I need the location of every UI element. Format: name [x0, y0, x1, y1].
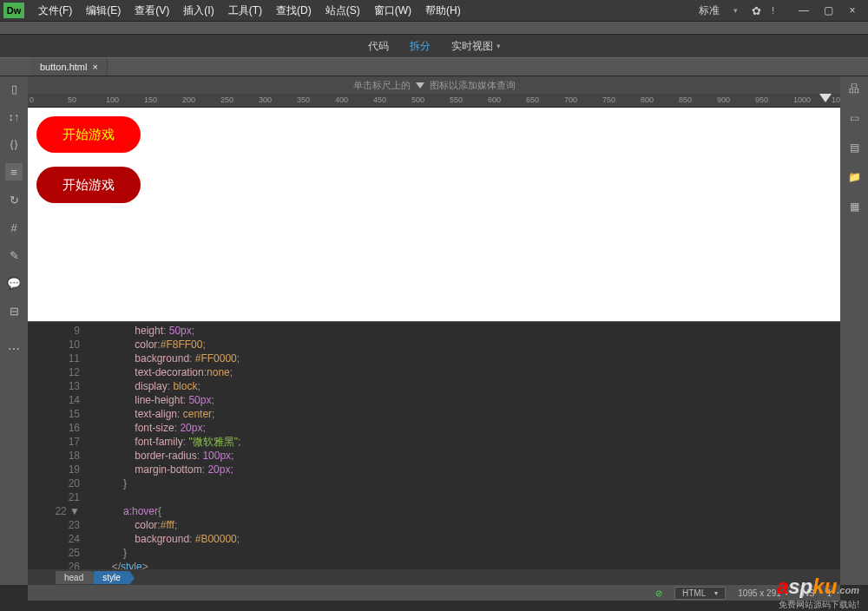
- view-code-button[interactable]: 代码: [368, 39, 389, 54]
- line-number: 18: [28, 449, 80, 463]
- menu-insert[interactable]: 插入(I): [176, 0, 220, 22]
- error-check-icon[interactable]: ⊘: [655, 588, 662, 598]
- menu-edit[interactable]: 编辑(E): [79, 0, 128, 22]
- code-line[interactable]: [89, 490, 840, 504]
- assets-icon[interactable]: 📁: [845, 168, 863, 186]
- line-number: 13: [28, 379, 80, 393]
- view-live-dropdown[interactable]: 实时视图 ▾: [451, 39, 501, 54]
- ruler-tick: 50: [68, 95, 76, 104]
- view-split-button[interactable]: 拆分: [410, 39, 431, 54]
- gear-icon[interactable]: ✿: [752, 4, 761, 17]
- code-line[interactable]: background: #B00000;: [89, 532, 840, 546]
- collapse-icon[interactable]: ⊟: [5, 302, 23, 319]
- code-line[interactable]: text-decoration:none;: [89, 365, 840, 379]
- line-number: 14: [28, 393, 80, 407]
- code-line[interactable]: }: [89, 546, 840, 560]
- expand-icon[interactable]: ⟨⟩: [5, 135, 23, 153]
- snippets-icon[interactable]: ▤: [845, 139, 863, 156]
- ruler-tick: 350: [297, 95, 310, 104]
- code-line[interactable]: text-align: center;: [89, 407, 840, 421]
- menu-file[interactable]: 文件(F): [31, 0, 79, 22]
- files-panel-icon[interactable]: ▭: [845, 109, 863, 127]
- code-line[interactable]: height: 50px;: [89, 324, 840, 338]
- menu-tools[interactable]: 工具(T): [221, 0, 269, 22]
- live-preview-pane[interactable]: 开始游戏 开始游戏: [28, 108, 840, 321]
- status-bar: ⊘ HTML ▾ 1095 x 291 ▾ INS 1: [28, 585, 840, 601]
- line-number: 16: [28, 421, 80, 435]
- line-number: 10: [28, 338, 80, 351]
- menu-window[interactable]: 窗口(W): [367, 0, 418, 22]
- code-line[interactable]: color:#fff;: [89, 518, 840, 532]
- code-line[interactable]: font-size: 20px;: [89, 421, 840, 435]
- tab-close-icon[interactable]: ×: [92, 62, 97, 72]
- code-line[interactable]: a:hover{: [89, 504, 840, 518]
- ruler-tick: 1050: [832, 95, 840, 104]
- code-line[interactable]: background: #FF0000;: [89, 351, 840, 365]
- code-line[interactable]: line-height: 50px;: [89, 393, 840, 407]
- line-number: 23: [28, 518, 80, 532]
- workspace-label[interactable]: 标准: [699, 3, 720, 18]
- preview-button-hover[interactable]: 开始游戏: [36, 167, 141, 203]
- code-content[interactable]: height: 50px; color:#F8FF00; background:…: [89, 322, 840, 569]
- document-tab[interactable]: button.html ×: [31, 58, 108, 76]
- code-line[interactable]: </style>: [89, 560, 840, 569]
- workspace-dropdown-icon[interactable]: ▾: [733, 6, 738, 15]
- ruler-tick: 150: [144, 95, 157, 104]
- more-icon[interactable]: ⋯: [5, 340, 23, 358]
- view-switcher: 代码 拆分 实时视图 ▾: [0, 35, 868, 57]
- tag-crumb-head[interactable]: head: [56, 571, 92, 584]
- ruler-tick: 700: [564, 95, 577, 104]
- code-line[interactable]: margin-bottom: 20px;: [89, 463, 840, 476]
- ruler-scrub-handle[interactable]: [819, 94, 832, 108]
- css-designer-icon[interactable]: 品: [845, 80, 863, 97]
- tag-selector-bar: head style: [28, 569, 840, 585]
- ruler-tick: 300: [259, 95, 272, 104]
- menu-site[interactable]: 站点(S): [319, 0, 367, 22]
- code-line[interactable]: }: [89, 476, 840, 490]
- title-bar: Dw 文件(F) 编辑(E) 查看(V) 插入(I) 工具(T) 查找(D) 站…: [0, 0, 868, 21]
- minimize-button[interactable]: —: [792, 2, 816, 19]
- maximize-button[interactable]: ▢: [816, 2, 840, 19]
- horizontal-ruler[interactable]: 0501001502002503003504004505005506006507…: [28, 94, 840, 108]
- language-selector[interactable]: HTML ▾: [674, 587, 726, 600]
- comment-icon[interactable]: 💬: [5, 274, 23, 292]
- left-tool-panel: ▯ ↕↑ ⟨⟩ ≡ ↻ # ✎ 💬 ⊟ ⋯: [0, 76, 28, 585]
- menu-help[interactable]: 帮助(H): [418, 0, 468, 22]
- brush-icon[interactable]: ✎: [5, 246, 23, 264]
- tag-crumb-style[interactable]: style: [94, 571, 129, 584]
- ruler-tick: 0: [30, 95, 34, 104]
- line-number: 9: [28, 324, 80, 338]
- file-nav-icon[interactable]: ▯: [5, 80, 23, 97]
- dom-panel-icon[interactable]: ▦: [845, 198, 863, 215]
- preview-button-normal[interactable]: 开始游戏: [36, 116, 141, 153]
- app-logo: Dw: [3, 3, 24, 18]
- titlebar-right: 标准 ▾ ✿ ! — ▢ ×: [699, 2, 865, 19]
- line-number: 21: [28, 490, 80, 504]
- code-line[interactable]: border-radius: 100px;: [89, 449, 840, 463]
- dims-label: 1095 x 291: [738, 588, 781, 598]
- ruler-tick: 200: [182, 95, 195, 104]
- related-files-icon[interactable]: ↕↑: [5, 108, 23, 125]
- format-icon[interactable]: ≡: [5, 163, 23, 181]
- main-menu: 文件(F) 编辑(E) 查看(V) 插入(I) 工具(T) 查找(D) 站点(S…: [31, 0, 699, 22]
- ruler-tick: 500: [411, 95, 424, 104]
- chevron-down-icon: ▾: [714, 589, 718, 597]
- code-line[interactable]: color:#F8FF00;: [89, 338, 840, 351]
- targets-icon[interactable]: #: [5, 219, 23, 236]
- media-query-hint-bar[interactable]: 单击标尺上的 图标以添加媒体查询: [28, 76, 840, 94]
- code-line[interactable]: font-family: "微软雅黑";: [89, 435, 840, 449]
- ruler-tick: 550: [450, 95, 463, 104]
- code-editor-pane[interactable]: 910111213141516171819202122 ▼23242526272…: [28, 321, 840, 569]
- ruler-tick: 600: [488, 95, 501, 104]
- ruler-tick: 100: [106, 95, 119, 104]
- refresh-icon[interactable]: ↻: [5, 191, 23, 208]
- code-line[interactable]: display: block;: [89, 379, 840, 393]
- sync-icon[interactable]: !: [772, 6, 774, 16]
- ruler-tick: 400: [335, 95, 348, 104]
- menu-view[interactable]: 查看(V): [128, 0, 176, 22]
- line-number: 24: [28, 532, 80, 546]
- close-button[interactable]: ×: [840, 2, 865, 19]
- menu-find[interactable]: 查找(D): [269, 0, 319, 22]
- ruler-tick: 950: [755, 95, 768, 104]
- line-number: 20: [28, 476, 80, 490]
